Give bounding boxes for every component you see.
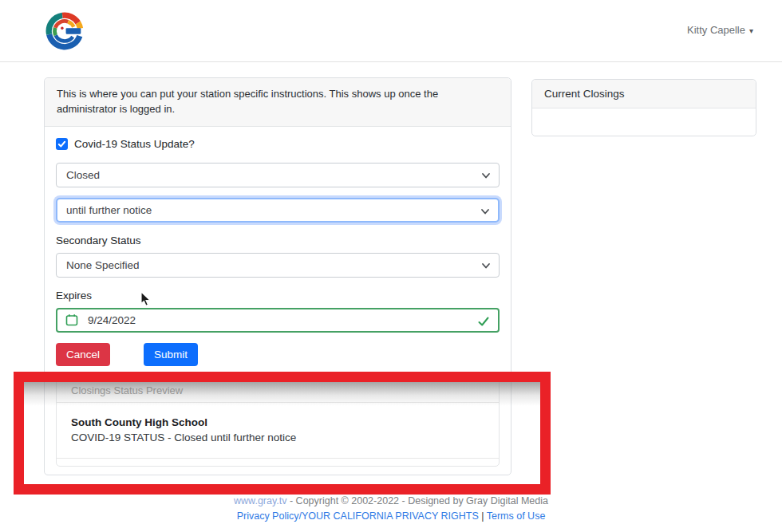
secondary-status-select-value: None Specified	[66, 259, 140, 271]
form-buttons-row: Cancel Submit	[56, 343, 500, 366]
calendar-icon[interactable]	[65, 313, 78, 326]
gray-media-logo-icon	[45, 10, 85, 52]
user-menu-label: Kitty Capelle	[687, 24, 745, 36]
gray-tv-link[interactable]: www.gray.tv	[234, 495, 286, 506]
gray-media-logo[interactable]	[45, 10, 85, 52]
current-closings-title: Current Closings	[532, 80, 756, 108]
secondary-status-label: Secondary Status	[56, 234, 500, 246]
valid-check-icon	[477, 315, 490, 330]
chevron-down-icon	[481, 261, 491, 273]
copyright-line: www.gray.tv - Copyright © 2002-2022 - De…	[0, 494, 782, 509]
closing-entry-name: South County High School	[71, 416, 484, 428]
closings-status-preview: Closings Status Preview South County Hig…	[56, 379, 500, 467]
expires-date-input[interactable]: 9/24/2022	[56, 308, 500, 333]
chevron-down-icon: ▾	[749, 26, 753, 35]
secondary-status-select[interactable]: None Specified	[56, 253, 500, 278]
terms-of-use-link[interactable]: Terms of Use	[487, 510, 546, 522]
legal-links-line: Privacy Policy/YOUR CALIFORNIA PRIVACY R…	[0, 509, 782, 524]
closing-entry-status: COVID-19 STATUS - Closed until further n…	[71, 432, 484, 443]
privacy-policy-link[interactable]: Privacy Policy/YOUR CALIFORNIA PRIVACY R…	[237, 510, 479, 522]
chevron-down-icon	[481, 171, 491, 183]
check-icon	[57, 140, 66, 148]
station-form-body: Covid-19 Status Update? Closed until fur…	[45, 127, 511, 467]
station-instructions: This is where you can put your station s…	[45, 78, 511, 127]
page-footer: www.gray.tv - Copyright © 2002-2022 - De…	[0, 494, 782, 525]
copyright-text: - Copyright © 2002-2022 - Designed by Gr…	[287, 495, 548, 506]
link-separator: |	[479, 510, 487, 522]
current-closings-body	[532, 108, 756, 136]
page: Kitty Capelle▾ This is where you can put…	[0, 0, 782, 532]
current-closings-card: Current Closings	[531, 79, 756, 136]
status-select[interactable]: Closed	[56, 163, 500, 187]
preview-footer-space	[57, 459, 499, 466]
expires-label: Expires	[56, 290, 500, 301]
user-menu[interactable]: Kitty Capelle▾	[687, 24, 753, 36]
top-nav: Kitty Capelle▾	[0, 0, 782, 62]
chevron-down-icon	[480, 207, 490, 219]
status-select-value: Closed	[66, 169, 100, 181]
submit-button[interactable]: Submit	[144, 343, 198, 366]
duration-select[interactable]: until further notice	[56, 198, 500, 223]
covid-status-checkbox-row: Covid-19 Status Update?	[56, 138, 500, 150]
covid-status-checkbox[interactable]	[56, 138, 68, 150]
covid-status-checkbox-label: Covid-19 Status Update?	[74, 138, 195, 150]
cancel-button[interactable]: Cancel	[56, 343, 110, 366]
closing-preview-entry: South County High School COVID-19 STATUS…	[57, 403, 499, 459]
closings-status-preview-title: Closings Status Preview	[57, 380, 499, 403]
duration-select-value: until further notice	[66, 204, 152, 216]
expires-date-value: 9/24/2022	[88, 314, 136, 326]
station-form-card: This is where you can put your station s…	[44, 77, 511, 475]
